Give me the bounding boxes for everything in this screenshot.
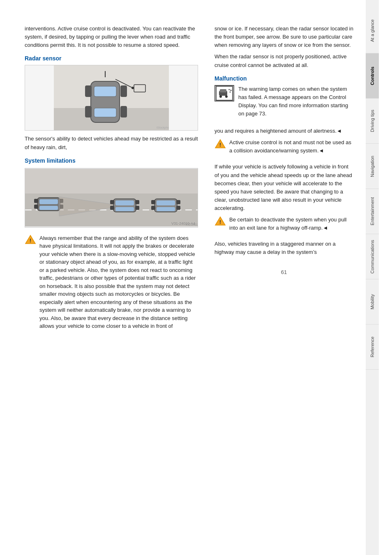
system-limits-svg: V31-24010-A4 [25, 169, 198, 226]
svg-rect-7 [85, 106, 92, 117]
svg-rect-27 [115, 207, 134, 211]
svg-point-45 [219, 95, 222, 98]
svg-rect-26 [115, 200, 134, 205]
limitations-text: Always remember that the range and abili… [39, 234, 198, 330]
svg-point-47 [230, 91, 231, 92]
svg-rect-22 [34, 205, 38, 209]
svg-rect-36 [176, 200, 180, 204]
sidebar-tab-communications[interactable]: Communications [366, 234, 379, 279]
svg-rect-44 [220, 89, 226, 92]
svg-text:!: ! [219, 219, 221, 225]
svg-text:iStockphoto: iStockphoto [157, 126, 169, 129]
svg-rect-35 [151, 200, 155, 204]
malfunction-icon [214, 85, 234, 101]
svg-rect-38 [176, 206, 180, 210]
svg-rect-19 [39, 206, 58, 210]
sidebar-tab-reference[interactable]: Reference [366, 325, 379, 370]
svg-rect-31 [135, 206, 139, 210]
malfunction-block: The warning lamp comes on when the syste… [214, 85, 353, 123]
right-para-2-text: Active cruise control is not and must no… [229, 138, 353, 154]
sidebar-tab-label-entertainment: Entertainment [370, 197, 375, 225]
radar-image: iStockphoto [25, 65, 198, 131]
sidebar-tab-label-mobility: Mobility [370, 294, 375, 309]
svg-point-11 [131, 87, 134, 89]
svg-rect-5 [85, 85, 92, 97]
svg-text:!: ! [30, 237, 31, 244]
positioning-text: When the radar sensor is not properly po… [214, 53, 353, 69]
svg-rect-18 [39, 199, 58, 204]
svg-point-46 [225, 95, 228, 98]
sidebar-tab-label-communications: Communications [370, 240, 375, 274]
right-para-3: If while your vehicle is actively follow… [214, 163, 353, 212]
page-number: 61 [214, 269, 353, 275]
svg-rect-30 [110, 206, 114, 210]
warning-triangle-1: ! [25, 235, 36, 244]
sidebar-tab-label-reference: Reference [370, 336, 375, 357]
left-column: interventions. Active cruise control is … [25, 25, 202, 339]
svg-rect-33 [157, 200, 175, 205]
sidebar-tab-label-driving-tips: Driving tips [370, 110, 375, 132]
sidebar-tab-label-at-a-glance: At a glance [370, 19, 375, 42]
warning-para-3: ! Be certain to deactivate the system wh… [214, 216, 353, 236]
sidebar-tab-at-a-glance[interactable]: At a glance [366, 8, 379, 53]
svg-rect-20 [34, 199, 38, 203]
sidebar-tab-entertainment[interactable]: Entertainment [366, 189, 379, 234]
sidebar-tab-mobility[interactable]: Mobility [366, 279, 379, 325]
warning-triangle-2: ! [214, 139, 226, 149]
sidebar-tabs: At a glance Controls Driving tips Naviga… [366, 8, 379, 370]
warning-triangle-3: ! [214, 216, 226, 226]
svg-rect-3 [94, 86, 116, 97]
intro-text: interventions. Active cruise control is … [25, 25, 198, 49]
sidebar-tab-navigation[interactable]: Navigation [366, 144, 379, 189]
radar-car-svg: iStockphoto [54, 65, 169, 131]
svg-rect-29 [135, 200, 139, 204]
snow-text: snow or ice. If necessary, clean the rad… [214, 25, 353, 49]
sidebar-tab-controls[interactable]: Controls [366, 53, 379, 99]
sidebar: At a glance Controls Driving tips Naviga… [366, 0, 379, 555]
sidebar-tab-label-navigation: Navigation [370, 156, 375, 177]
cruise-warning-icon [216, 86, 233, 101]
right-para-4-text: Be certain to deactivate the system when… [229, 216, 353, 232]
svg-rect-28 [110, 200, 114, 204]
system-limitations-heading: System limitations [25, 157, 198, 164]
svg-rect-34 [157, 207, 175, 211]
sensor-text: The sensor's ability to detect vehicles … [25, 135, 198, 151]
image-label: V31-24010-A4 [171, 221, 195, 226]
svg-rect-6 [120, 85, 127, 97]
right-column: snow or ice. If necessary, clean the rad… [210, 25, 353, 339]
malfunction-heading: Malfunction [214, 75, 353, 82]
sidebar-tab-driving-tips[interactable]: Driving tips [366, 99, 379, 144]
warning-para-2: ! Active cruise control is not and must … [214, 138, 353, 159]
right-para-1: you and requires a heightened amount of … [214, 127, 353, 135]
svg-text:!: ! [219, 142, 221, 148]
system-limits-image: V31-24010-A4 V31-24010-A4 [25, 168, 198, 228]
radar-heading: Radar sensor [25, 55, 198, 62]
warning-para-1: ! Always remember that the range and abi… [25, 234, 198, 334]
sidebar-tab-label-controls: Controls [370, 67, 375, 85]
svg-rect-4 [94, 108, 116, 117]
right-para-5: Also, vehicles traveling in a staggered … [214, 240, 353, 256]
svg-rect-37 [151, 206, 155, 210]
malfunction-text: The warning lamp comes on when the syste… [238, 85, 353, 118]
svg-rect-8 [120, 106, 127, 117]
